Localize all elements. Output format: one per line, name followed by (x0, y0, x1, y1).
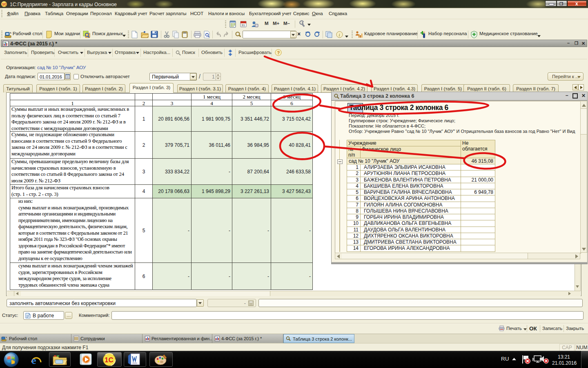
svg-text:i: i (339, 32, 340, 37)
svg-text:1С: 1С (105, 356, 114, 364)
svg-text:e: e (31, 355, 36, 366)
svg-text:?: ? (277, 50, 280, 55)
svg-text:31: 31 (241, 23, 245, 27)
